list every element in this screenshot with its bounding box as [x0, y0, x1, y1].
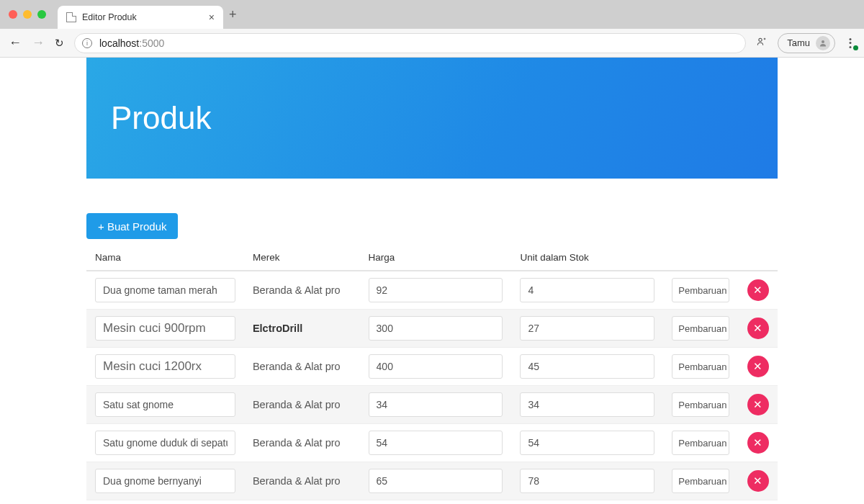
page-hero: Produk [86, 58, 778, 179]
close-icon: ✕ [753, 322, 762, 335]
col-header-name: Nama [86, 242, 244, 271]
product-name-input[interactable] [95, 431, 235, 455]
create-product-button[interactable]: + Buat Produk [86, 213, 178, 239]
table-row: ElctroDrillPembaruan✕ [86, 310, 778, 348]
close-icon: ✕ [753, 398, 762, 411]
product-stock-input[interactable] [520, 469, 654, 493]
product-brand: Beranda & Alat pro [253, 399, 341, 410]
table-row: Beranda & Alat proPembaruan✕ [86, 424, 778, 462]
delete-button[interactable]: ✕ [747, 318, 769, 339]
col-header-delete [739, 242, 778, 271]
product-price-input[interactable] [369, 354, 503, 379]
avatar-icon [816, 36, 830, 50]
product-stock-input[interactable] [520, 354, 654, 379]
window-maximize-icon[interactable] [37, 10, 46, 19]
product-price-input[interactable] [369, 278, 503, 302]
close-icon: ✕ [753, 284, 762, 297]
window-controls [9, 10, 46, 19]
product-name-input[interactable] [95, 278, 235, 302]
close-icon: ✕ [753, 474, 762, 487]
browser-tab-strip: Editor Produk × + [0, 0, 864, 29]
update-button[interactable]: Pembaruan [672, 278, 729, 302]
nav-forward-icon[interactable]: → [32, 35, 45, 50]
table-row: Beranda & Alat proPembaruan✕ [86, 386, 778, 424]
product-stock-input[interactable] [520, 316, 654, 341]
browser-menu-icon[interactable] [845, 38, 855, 48]
product-stock-input[interactable] [520, 431, 654, 455]
delete-button[interactable]: ✕ [747, 394, 769, 415]
close-icon: ✕ [753, 360, 762, 373]
new-tab-button[interactable]: + [229, 7, 237, 22]
col-header-stock: Unit dalam Stok [511, 242, 663, 271]
url-port: :5000 [139, 37, 164, 49]
product-brand: Beranda & Alat pro [253, 361, 341, 372]
product-price-input[interactable] [369, 316, 503, 341]
tab-close-icon[interactable]: × [209, 12, 215, 23]
reload-icon[interactable]: ↻ [55, 37, 64, 50]
svg-point-1 [822, 40, 824, 43]
update-button[interactable]: Pembaruan [672, 354, 729, 379]
address-bar[interactable]: i localhost:5000 [74, 33, 746, 53]
product-price-input[interactable] [369, 431, 503, 455]
product-price-input[interactable] [369, 392, 503, 417]
col-header-brand: Merek [244, 242, 360, 271]
product-name-input[interactable] [95, 316, 235, 341]
table-row: Beranda & Alat proPembaruan✕ [86, 462, 778, 500]
close-icon: ✕ [753, 436, 762, 449]
page-title: Produk [111, 100, 211, 136]
update-button[interactable]: Pembaruan [672, 316, 729, 341]
product-brand: Beranda & Alat pro [253, 437, 341, 449]
delete-button[interactable]: ✕ [747, 470, 769, 492]
url-host: localhost [99, 37, 139, 49]
tab-title: Editor Produk [82, 12, 137, 22]
product-price-input[interactable] [369, 469, 503, 493]
delete-button[interactable]: ✕ [747, 356, 769, 377]
product-brand: Beranda & Alat pro [253, 475, 341, 487]
page-icon [66, 12, 76, 22]
site-info-icon[interactable]: i [82, 38, 92, 48]
browser-toolbar: ← → ↻ i localhost:5000 Tamu [0, 29, 864, 58]
nav-back-icon[interactable]: ← [9, 35, 22, 50]
product-name-input[interactable] [95, 469, 235, 493]
product-name-input[interactable] [95, 354, 235, 379]
profile-share-icon[interactable] [756, 36, 768, 50]
product-name-input[interactable] [95, 392, 235, 417]
table-row: Beranda & Alat proPembaruan✕ [86, 348, 778, 386]
delete-button[interactable]: ✕ [747, 432, 769, 454]
col-header-update [663, 242, 738, 271]
update-button[interactable]: Pembaruan [672, 469, 729, 493]
svg-point-0 [759, 38, 762, 41]
product-stock-input[interactable] [520, 392, 654, 417]
product-brand: Beranda & Alat pro [253, 284, 341, 296]
product-stock-input[interactable] [520, 278, 654, 302]
update-button[interactable]: Pembaruan [672, 392, 729, 417]
browser-tab[interactable]: Editor Produk × [58, 6, 223, 29]
table-row: Beranda & Alat proPembaruan✕ [86, 271, 778, 310]
window-close-icon[interactable] [9, 10, 17, 19]
col-header-price: Harga [360, 242, 512, 271]
update-button[interactable]: Pembaruan [672, 431, 729, 455]
window-minimize-icon[interactable] [23, 10, 32, 19]
delete-button[interactable]: ✕ [747, 279, 769, 301]
guest-profile-button[interactable]: Tamu [778, 33, 835, 53]
products-table: Nama Merek Harga Unit dalam Stok Beranda… [86, 242, 778, 500]
product-brand: ElctroDrill [253, 323, 302, 334]
guest-label: Tamu [787, 37, 810, 48]
